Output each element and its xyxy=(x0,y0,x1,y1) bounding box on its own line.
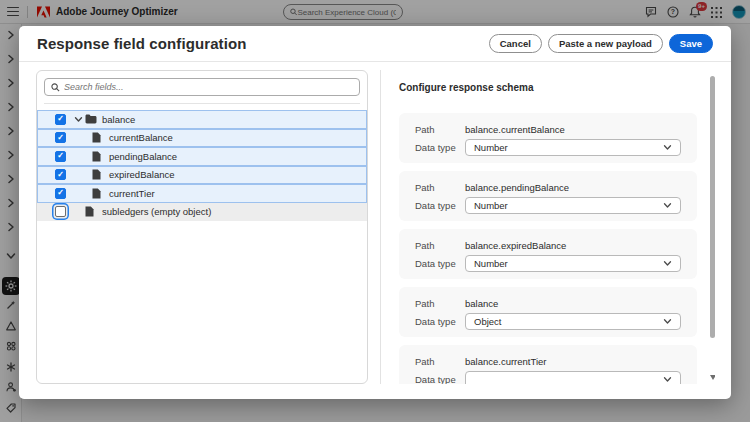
cancel-button[interactable]: Cancel xyxy=(489,34,542,53)
schema-config-panel: Configure response schema Pathbalance.cu… xyxy=(381,70,715,384)
data-type-value: Object xyxy=(474,316,663,327)
response-field-configuration-dialog: Response field configuration Cancel Past… xyxy=(19,26,731,399)
path-value: balance.currentBalance xyxy=(465,124,565,135)
dialog-header: Response field configuration Cancel Past… xyxy=(19,26,731,62)
field-tree: balancecurrentBalancependingBalanceexpir… xyxy=(37,110,367,221)
field-config-card: Pathbalance.currentTierData type xyxy=(399,345,697,384)
data-type-select[interactable] xyxy=(465,371,681,384)
file-icon xyxy=(85,206,97,217)
checkbox-checked[interactable] xyxy=(55,188,66,199)
file-icon xyxy=(92,169,104,180)
file-icon xyxy=(92,151,104,162)
tree-node-label: expiredBalance xyxy=(109,169,175,180)
path-value: balance.pendingBalance xyxy=(465,182,569,193)
path-label: Path xyxy=(415,240,465,251)
path-label: Path xyxy=(415,298,465,309)
checkbox-checked[interactable] xyxy=(55,114,66,125)
data-type-row: Data typeObject xyxy=(415,313,681,330)
path-row: Pathbalance.currentTier xyxy=(415,356,681,367)
field-config-card: PathbalanceData typeObject xyxy=(399,287,697,337)
chevron-down-icon xyxy=(663,260,672,267)
scroll-down-arrow-icon[interactable] xyxy=(710,375,715,380)
path-row: Pathbalance.pendingBalance xyxy=(415,182,681,193)
path-value: balance.expiredBalance xyxy=(465,240,566,251)
tree-row-currentTier[interactable]: currentTier xyxy=(37,184,367,203)
field-selection-panel: balancecurrentBalancependingBalanceexpir… xyxy=(36,70,368,384)
paste-new-payload-button[interactable]: Paste a new payload xyxy=(548,34,663,53)
scrollbar[interactable] xyxy=(709,74,715,380)
tree-row-expiredBalance[interactable]: expiredBalance xyxy=(37,166,367,185)
checkbox-unchecked[interactable] xyxy=(55,206,66,217)
tree-row-balance[interactable]: balance xyxy=(37,110,367,129)
data-type-select[interactable]: Number xyxy=(465,139,681,156)
chevron-down-icon xyxy=(663,202,672,209)
search-icon xyxy=(51,83,60,92)
tree-node-label: currentBalance xyxy=(109,132,173,143)
tree-row-currentBalance[interactable]: currentBalance xyxy=(37,129,367,148)
path-label: Path xyxy=(415,356,465,367)
data-type-value: Number xyxy=(474,258,663,269)
data-type-row: Data typeNumber xyxy=(415,255,681,272)
file-icon xyxy=(92,188,104,199)
path-label: Path xyxy=(415,124,465,135)
path-value: balance.currentTier xyxy=(465,356,547,367)
tree-node-label: currentTier xyxy=(109,188,155,199)
path-row: Pathbalance.currentBalance xyxy=(415,124,681,135)
data-type-row: Data type xyxy=(415,371,681,384)
data-type-label: Data type xyxy=(415,258,465,269)
tree-row-subledgers[interactable]: subledgers (empty object) xyxy=(37,203,367,222)
data-type-select[interactable]: Object xyxy=(465,313,681,330)
schema-heading: Configure response schema xyxy=(399,82,715,93)
checkbox-checked[interactable] xyxy=(55,132,66,143)
chevron-down-icon xyxy=(663,144,672,151)
dialog-actions: Cancel Paste a new payload Save xyxy=(489,34,713,53)
tree-row-pendingBalance[interactable]: pendingBalance xyxy=(37,147,367,166)
checkbox-checked[interactable] xyxy=(55,151,66,162)
path-label: Path xyxy=(415,182,465,193)
path-row: Pathbalance xyxy=(415,298,681,309)
data-type-value: Number xyxy=(474,200,663,211)
tree-node-label: pendingBalance xyxy=(109,151,177,162)
file-icon xyxy=(92,132,104,143)
dialog-title: Response field configuration xyxy=(37,35,246,52)
data-type-label: Data type xyxy=(415,142,465,153)
panel-divider xyxy=(44,103,360,104)
data-type-row: Data typeNumber xyxy=(415,197,681,214)
data-type-row: Data typeNumber xyxy=(415,139,681,156)
field-search[interactable] xyxy=(44,78,360,96)
tree-node-label: balance xyxy=(102,114,135,125)
data-type-value: Number xyxy=(474,142,663,153)
path-row: Pathbalance.expiredBalance xyxy=(415,240,681,251)
save-button[interactable]: Save xyxy=(669,34,713,53)
checkbox-checked[interactable] xyxy=(55,169,66,180)
data-type-select[interactable]: Number xyxy=(465,197,681,214)
screen: Adobe Journey Optimizer ? 9+ xyxy=(0,0,750,422)
data-type-label: Data type xyxy=(415,316,465,327)
field-search-input[interactable] xyxy=(64,82,353,92)
folder-icon xyxy=(85,114,97,124)
chevron-down-icon xyxy=(663,318,672,325)
dialog-body: balancecurrentBalancependingBalanceexpir… xyxy=(19,62,731,399)
field-config-card: Pathbalance.pendingBalanceData typeNumbe… xyxy=(399,171,697,221)
field-config-list: Pathbalance.currentBalanceData typeNumbe… xyxy=(399,113,697,384)
data-type-label: Data type xyxy=(415,374,465,384)
data-type-select[interactable]: Number xyxy=(465,255,681,272)
scrollbar-thumb[interactable] xyxy=(710,76,715,338)
path-value: balance xyxy=(465,298,498,309)
field-config-card: Pathbalance.currentBalanceData typeNumbe… xyxy=(399,113,697,163)
expand-chevron-down-icon[interactable] xyxy=(72,116,85,123)
chevron-down-icon xyxy=(663,376,672,383)
field-config-card: Pathbalance.expiredBalanceData typeNumbe… xyxy=(399,229,697,279)
tree-node-label: subledgers (empty object) xyxy=(102,206,211,217)
data-type-label: Data type xyxy=(415,200,465,211)
